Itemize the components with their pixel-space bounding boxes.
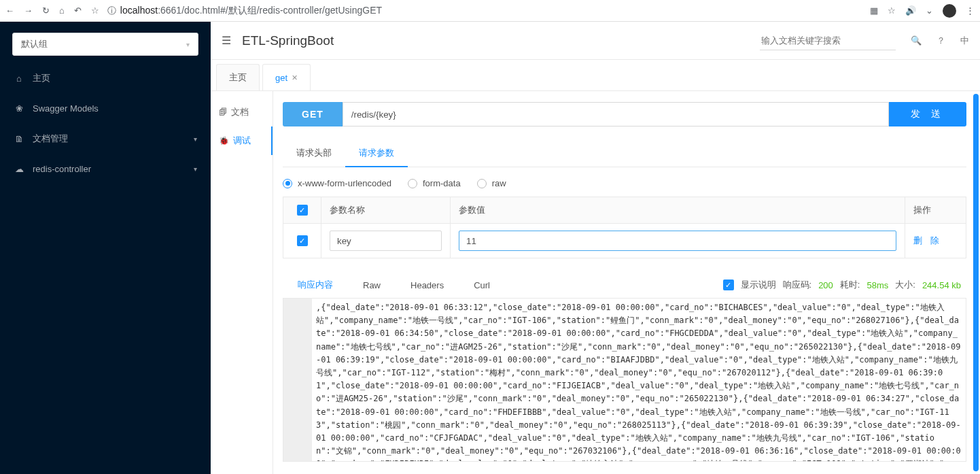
show-desc-label: 显示说明	[741, 279, 776, 291]
speaker-icon[interactable]: 🔊	[905, 5, 916, 16]
radio-icon	[477, 179, 487, 188]
line-gutter	[283, 299, 312, 461]
size-label: 大小:	[895, 279, 915, 291]
sub-tab-doc[interactable]: 🗐文档	[211, 98, 273, 126]
table-row: ✓ 删 除	[283, 224, 966, 258]
models-icon: ❀	[14, 103, 24, 114]
param-table: ✓ 参数名称 参数值 操作 ✓ 删 除	[283, 197, 966, 258]
home-icon: ⌂	[14, 73, 24, 84]
sidebar-item-swagger-models[interactable]: ❀Swagger Models	[0, 94, 211, 123]
tab-get[interactable]: get✕	[262, 64, 311, 90]
radio-icon	[283, 179, 292, 188]
menu-icon[interactable]: ⋮	[966, 5, 975, 16]
tab-label: 主页	[229, 71, 247, 84]
info-icon[interactable]: ⓘ	[107, 5, 116, 17]
tabs-row: 主页 get✕	[211, 64, 980, 91]
sidebar-item-label: 主页	[33, 72, 50, 84]
search-icon[interactable]: 🔍	[911, 35, 922, 46]
group-select-value: 默认组	[21, 38, 48, 50]
undo-icon[interactable]: ↶	[74, 5, 82, 16]
radio-label: form-data	[423, 178, 461, 188]
delete-link[interactable]: 删 除	[913, 235, 942, 246]
chevron-down-icon: ▾	[186, 41, 190, 48]
home-icon[interactable]: ⌂	[59, 5, 65, 16]
radio-raw[interactable]: raw	[477, 178, 506, 188]
param-name-input[interactable]	[330, 231, 442, 251]
topbar: ☰ ETL-SpringBoot 🔍 ？ 中	[211, 22, 980, 60]
path-input[interactable]	[343, 102, 889, 126]
chevron-down-icon: ▾	[194, 165, 197, 173]
back-icon[interactable]: ←	[5, 5, 14, 16]
sidebar-item-label: Swagger Models	[33, 103, 99, 114]
resp-tab-curl[interactable]: Curl	[459, 273, 505, 297]
response-json[interactable]: ,{"deal_date":"2018-09-01 06:33:12","clo…	[312, 299, 966, 461]
req-tab-headers[interactable]: 请求头部	[283, 140, 345, 167]
url-host: localhost	[120, 5, 158, 16]
sub-tab-label: 调试	[233, 135, 251, 147]
url-path: /doc.html#/默认组/redis-controller/getUsing…	[181, 5, 382, 16]
tab-home[interactable]: 主页	[216, 64, 260, 90]
app-title: ETL-SpringBoot	[242, 33, 334, 48]
doc-icon: 🗎	[14, 134, 24, 144]
resp-tab-content[interactable]: 响应内容	[283, 272, 348, 298]
col-param-op: 操作	[905, 197, 966, 224]
radio-label: x-www-form-urlencoded	[298, 178, 391, 188]
resp-tab-raw[interactable]: Raw	[348, 273, 396, 297]
response-body: ,{"deal_date":"2018-09-01 06:33:12","clo…	[283, 299, 966, 462]
search-input[interactable]	[760, 31, 896, 50]
chevron-down-icon[interactable]: ⌄	[926, 5, 933, 16]
group-select[interactable]: 默认组 ▾	[12, 33, 198, 56]
avatar[interactable]	[943, 4, 956, 18]
sidebar-item-redis-controller[interactable]: ☁redis-controller ▾	[0, 154, 211, 184]
param-value-input[interactable]	[459, 231, 896, 251]
time-label: 耗时:	[840, 279, 860, 291]
doc-icon: 🗐	[219, 107, 227, 117]
checkbox-show-desc[interactable]: ✓	[723, 280, 734, 290]
sub-sidebar: 🗐文档 🐞调试	[211, 91, 273, 474]
code-label: 响应码:	[783, 279, 812, 291]
scrollbar[interactable]	[973, 94, 979, 471]
radio-icon	[408, 179, 417, 188]
lang-toggle[interactable]: 中	[960, 35, 969, 47]
forward-icon[interactable]: →	[24, 5, 33, 16]
radio-label: raw	[492, 178, 506, 188]
sidebar-item-label: redis-controller	[33, 164, 91, 174]
sidebar-item-label: 文档管理	[33, 133, 68, 145]
chevron-down-icon: ▾	[194, 135, 197, 143]
help-icon[interactable]: ？	[937, 35, 945, 47]
time-value: 58ms	[867, 280, 888, 290]
browser-toolbar: ← → ↻ ⌂ ↶ ☆ ⓘ localhost:6661/doc.html#/默…	[0, 0, 980, 22]
req-tab-params[interactable]: 请求参数	[345, 140, 408, 167]
debug-icon: 🐞	[219, 136, 229, 146]
detail-panel: GET 发 送 请求头部 请求参数 x-www-form-urlencoded …	[273, 91, 972, 474]
checkbox-all[interactable]: ✓	[297, 205, 308, 216]
url-port: :6661	[158, 5, 181, 16]
radio-formdata[interactable]: form-data	[408, 178, 461, 188]
menu-toggle-icon[interactable]: ☰	[222, 34, 231, 47]
size-value: 244.54 kb	[922, 280, 961, 290]
col-param-value: 参数值	[451, 197, 905, 224]
radio-urlencoded[interactable]: x-www-form-urlencoded	[283, 178, 391, 188]
cloud-icon: ☁	[14, 164, 24, 174]
tab-label: get	[275, 73, 287, 83]
sidebar-item-home[interactable]: ⌂主页	[0, 63, 211, 94]
reload-icon[interactable]: ↻	[42, 5, 50, 16]
qr-icon[interactable]: ▦	[870, 5, 878, 16]
col-param-name: 参数名称	[321, 197, 451, 224]
code-value: 200	[818, 280, 833, 290]
method-badge: GET	[283, 102, 343, 126]
sub-tab-label: 文档	[231, 106, 249, 118]
url-bar[interactable]: ⓘ localhost:6661/doc.html#/默认组/redis-con…	[107, 5, 862, 17]
sidebar: 默认组 ▾ ⌂主页 ❀Swagger Models 🗎文档管理 ▾ ☁redis…	[0, 22, 211, 474]
bookmark-icon[interactable]: ☆	[888, 5, 896, 16]
resp-tab-headers[interactable]: Headers	[396, 273, 459, 297]
close-icon[interactable]: ✕	[292, 73, 298, 82]
checkbox[interactable]: ✓	[297, 235, 308, 246]
star-icon[interactable]: ☆	[91, 5, 99, 16]
sub-tab-debug[interactable]: 🐞调试	[211, 126, 273, 155]
send-button[interactable]: 发 送	[889, 102, 966, 126]
sidebar-item-doc-manage[interactable]: 🗎文档管理 ▾	[0, 123, 211, 154]
